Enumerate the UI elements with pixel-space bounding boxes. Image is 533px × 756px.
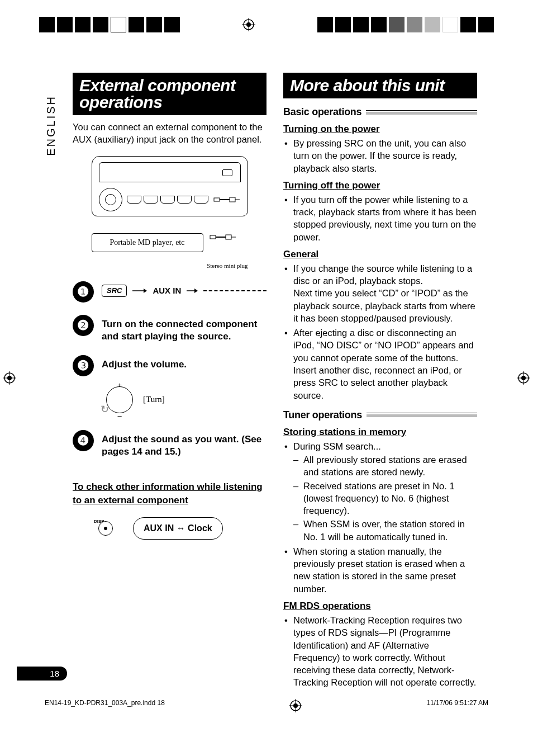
step-text: Turn on the connected component and star… [102,315,266,343]
sub-fm-rds: FM RDS operations [283,601,477,612]
section-tuner-operations: Tuner operations [283,409,477,421]
arrow-right-icon [132,287,147,294]
connection-diagram: Portable MD player, etc Stereo mini plug [92,156,248,269]
svg-point-3 [246,22,251,27]
intro-text: You can connect an external component to… [73,121,266,146]
heading-external-component: External component operations [73,73,266,115]
bullet-item: If you turn off the power while listenin… [283,193,477,243]
check-info-heading: To check other information while listeni… [73,480,266,507]
sub-turning-on: Turning on the power [283,124,477,135]
step-4: ❹ Adjust the sound as you want. (See pag… [73,430,266,458]
disp-button-icon: DISP [95,521,116,536]
bullet-item: After ejecting a disc or disconnecting a… [283,327,477,401]
svg-point-7 [7,376,12,380]
aux-in-label: AUX IN [153,285,181,296]
footer-file: EN14-19_KD-PDR31_003A_pre.indd 18 [45,699,165,712]
page-number: 18 [17,667,67,681]
bullet-item: Network-Tracking Reception requires two … [283,614,477,689]
bullet-item: During SSM search... All previously stor… [283,440,477,543]
dash-item: All previously stored stations are erase… [293,453,477,479]
turn-knob-figure: ↻ [Turn] [102,382,266,418]
bullet-item: When storing a station manually, the pre… [283,545,477,595]
footer-meta: EN14-19_KD-PDR31_003A_pre.indd 18 11/17/… [45,699,488,712]
step-2: ❷ Turn on the connected component and st… [73,315,266,343]
crop-marks-top [0,17,533,32]
step-3: ❸ Adjust the volume. [73,355,266,376]
step-number: ❶ [73,281,94,303]
svg-rect-16 [210,235,216,239]
registration-mark-icon [242,18,255,31]
footer-timestamp: 11/17/06 9:51:27 AM [426,699,488,712]
language-label: ENGLISH [45,95,58,156]
src-button-icon: SRC [102,285,127,297]
disp-clock-row: DISP AUX IN ↔ Clock [95,517,266,540]
sub-general: General [283,249,477,260]
step-number: ❸ [73,355,94,376]
plug-icon [209,232,240,260]
sub-turning-off: Turning off the power [283,180,477,191]
step-number: ❹ [73,430,94,451]
bullet-item: By pressing SRC on the unit, you can als… [283,137,477,174]
svg-point-11 [521,376,526,380]
heading-more-about: More about this unit [283,73,477,98]
dash-item: When SSM is over, the station stored in … [293,518,477,543]
registration-mark-right-icon [517,371,530,385]
registration-mark-left-icon [3,371,16,385]
stereo-plug-label: Stereo mini plug [92,262,248,269]
svg-point-27 [293,703,298,708]
plug-icon [213,195,241,205]
svg-rect-12 [214,198,220,201]
svg-rect-18 [226,235,231,239]
step-1: ❶ SRC AUX IN [73,281,266,303]
registration-mark-icon [289,699,302,712]
turn-label: [Turn] [143,395,165,404]
step-number: ❷ [73,315,94,336]
svg-rect-14 [230,197,235,202]
arrow-right-icon [187,287,198,294]
device-label-box: Portable MD player, etc [92,233,203,252]
svg-marker-21 [144,289,147,293]
dash-item: Received stations are preset in No. 1 (l… [293,480,477,517]
aux-clock-pill: AUX IN ↔ Clock [133,517,223,540]
svg-point-0 [244,20,254,30]
sub-storing-stations: Storing stations in memory [283,427,477,438]
step-text: Adjust the sound as you want. (See pages… [102,430,266,458]
svg-marker-23 [194,289,198,293]
step-text: Adjust the volume. [102,355,266,371]
section-basic-operations: Basic operations [283,106,477,118]
bullet-item: If you change the source while listening… [283,262,477,324]
